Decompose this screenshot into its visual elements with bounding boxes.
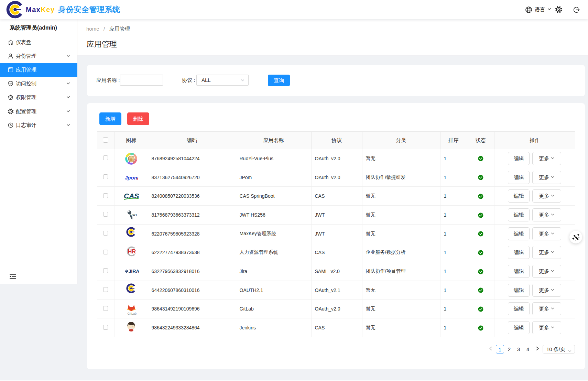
svg-text:GitLab: GitLab bbox=[127, 312, 137, 315]
svg-text:JIRA: JIRA bbox=[128, 269, 139, 274]
svg-text:JWT: JWT bbox=[131, 213, 138, 217]
svg-text:HR: HR bbox=[128, 248, 136, 254]
svg-text:Jpom: Jpom bbox=[125, 175, 138, 181]
